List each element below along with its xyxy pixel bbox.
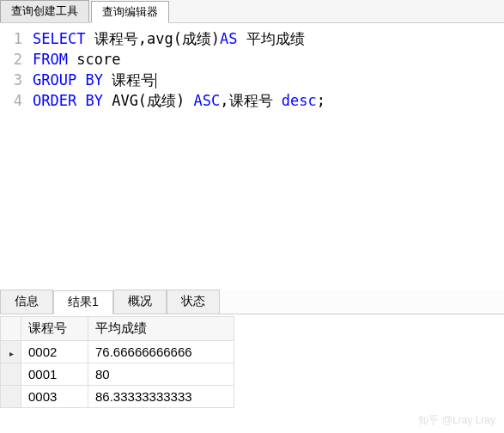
line-number: 2: [0, 49, 33, 70]
result-tab-3[interactable]: 状态: [167, 290, 220, 314]
text-cursor: [155, 73, 156, 88]
code-line[interactable]: 3GROUP BY 课程号: [0, 70, 504, 90]
table-row[interactable]: 000180: [1, 363, 234, 386]
cell[interactable]: 80: [88, 363, 234, 386]
column-header[interactable]: 平均成绩: [88, 317, 234, 341]
code-content[interactable]: FROM score: [33, 49, 504, 70]
code-content[interactable]: ORDER BY AVG(成绩) ASC,课程号 desc;: [33, 90, 504, 111]
cell[interactable]: 76.66666666666: [88, 341, 234, 363]
row-marker-icon: [8, 393, 9, 403]
results-grid: 课程号平均成绩▸000276.66666666666000180000386.3…: [0, 316, 234, 408]
result-tabs: 信息结果1概况状态: [0, 290, 504, 314]
table-row[interactable]: ▸000276.66666666666: [1, 341, 234, 363]
row-handle[interactable]: [1, 386, 21, 408]
watermark: 知乎 @Lray Lray: [418, 413, 495, 428]
row-handle[interactable]: ▸: [1, 341, 21, 363]
top-tabs: 查询创建工具查询编辑器: [0, 0, 504, 23]
code-content[interactable]: SELECT 课程号,avg(成绩)AS 平均成绩: [33, 28, 504, 49]
code-line[interactable]: 1SELECT 课程号,avg(成绩)AS 平均成绩: [0, 28, 504, 49]
table-row[interactable]: 000386.33333333333: [1, 386, 234, 408]
line-number: 4: [0, 90, 33, 111]
row-marker-icon: [8, 371, 9, 381]
cell[interactable]: 86.33333333333: [88, 386, 234, 408]
line-number: 3: [0, 70, 33, 90]
result-tab-1[interactable]: 结果1: [53, 290, 113, 314]
result-tab-2[interactable]: 概况: [113, 290, 167, 314]
cell[interactable]: 0001: [21, 363, 88, 386]
column-header[interactable]: 课程号: [21, 317, 88, 341]
line-number: 1: [0, 28, 33, 49]
code-content[interactable]: GROUP BY 课程号: [33, 70, 504, 90]
code-line[interactable]: 2FROM score: [0, 49, 504, 70]
top-tab-1[interactable]: 查询编辑器: [91, 1, 169, 23]
row-handle[interactable]: [1, 363, 21, 386]
code-line[interactable]: 4ORDER BY AVG(成绩) ASC,课程号 desc;: [0, 90, 504, 111]
top-tab-0[interactable]: 查询创建工具: [0, 0, 89, 22]
row-handle-header: [1, 317, 21, 341]
cell[interactable]: 0003: [21, 386, 88, 408]
result-tab-0[interactable]: 信息: [0, 290, 53, 314]
sql-editor[interactable]: 1SELECT 课程号,avg(成绩)AS 平均成绩2FROM score3GR…: [0, 23, 504, 290]
row-marker-icon: ▸: [8, 349, 14, 358]
cell[interactable]: 0002: [21, 341, 88, 363]
